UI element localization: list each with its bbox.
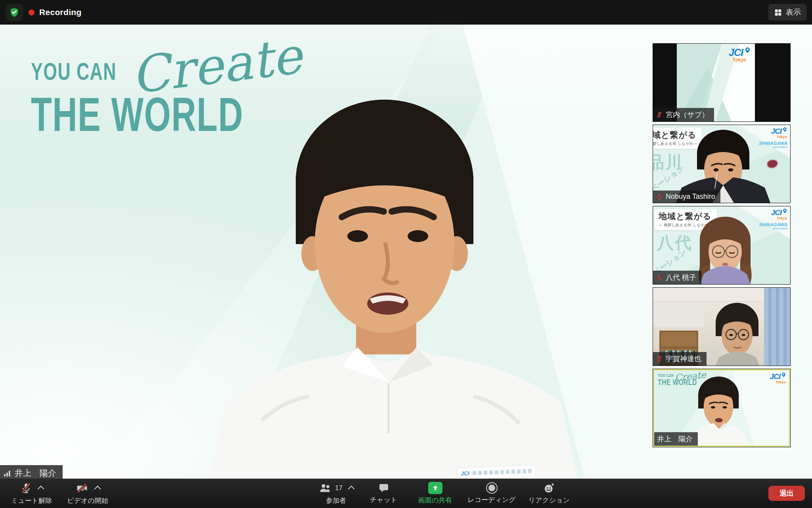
muted-mic-icon: [656, 274, 663, 281]
jci-tokyo-logo: JCI Tokyo: [729, 47, 751, 63]
audio-options-chevron-icon[interactable]: [37, 485, 44, 492]
share-screen-icon: [428, 482, 442, 494]
recording-indicator[interactable]: Recording: [29, 0, 82, 25]
active-speaker-name: 井上 陽介: [15, 468, 56, 479]
meeting-actions: 17 参加者 チャット 画面の共有: [313, 479, 577, 508]
security-shield-button[interactable]: [6, 4, 23, 21]
muted-mic-icon: [20, 482, 32, 494]
record-label: レコーディング: [467, 495, 515, 504]
gallery-view-icon: [774, 8, 782, 17]
muted-mic-icon: [656, 193, 663, 200]
start-video-button[interactable]: ビデオの開始: [65, 481, 110, 506]
participants-label: 参加者: [326, 496, 346, 505]
view-button-label: 表示: [786, 7, 801, 17]
chat-icon: [378, 483, 390, 494]
chat-label: チャット: [370, 495, 398, 504]
zoom-meeting-window: Recording 表示 YOU CAN THE WORLD Create: [0, 0, 812, 508]
jci-logo-text: JCI: [729, 47, 743, 58]
participant-name-label: 井上 陽介: [654, 432, 698, 446]
recording-label: Recording: [39, 8, 82, 17]
active-speaker-name-label: 井上 陽介: [0, 465, 63, 479]
audio-video-controls: ミュート解除 ビデオの開始: [10, 479, 110, 508]
reactions-label: リアクション: [529, 496, 570, 505]
video-options-chevron-icon[interactable]: [94, 485, 101, 492]
record-button[interactable]: レコーディング: [462, 481, 521, 505]
participant-name: 八代 桃子: [666, 273, 696, 282]
speaker-portrait: [186, 87, 630, 479]
reactions-smiley-icon: [543, 482, 555, 494]
shirt-name-tag: JCI: [457, 465, 536, 479]
unmute-button[interactable]: ミュート解除: [10, 481, 54, 506]
video-off-icon: [75, 482, 89, 494]
record-icon: [486, 482, 498, 494]
participants-button[interactable]: 17 参加者: [313, 481, 359, 506]
share-screen-label: 画面の共有: [418, 496, 452, 505]
participant-name: Nobuya Tashiro: [666, 192, 715, 201]
recording-dot-icon: [29, 10, 34, 15]
participant-name: 宇賀神達也: [666, 354, 701, 364]
participant-tile[interactable]: 宇賀神達也: [653, 288, 790, 366]
participant-name: 宮内（サブ）: [666, 110, 709, 119]
meeting-topbar: Recording 表示: [0, 0, 812, 25]
participant-name-label: 宇賀神達也: [653, 352, 707, 366]
muted-mic-icon: [656, 355, 663, 362]
shield-check-icon: [9, 7, 19, 17]
participant-name-label: 八代 桃子: [653, 271, 701, 284]
participant-tile[interactable]: 地域と繋がる ～ 挨拶しあえる街 しながわ～ 八代 ベーション JCI Toky…: [653, 206, 790, 284]
unmute-label: ミュート解除: [11, 496, 52, 505]
audio-level-icon: [4, 470, 11, 477]
view-button[interactable]: 表示: [768, 4, 806, 21]
share-screen-button[interactable]: 画面の共有: [408, 481, 462, 506]
shirt-name-tag-logo: JCI: [461, 470, 469, 477]
participant-name: 井上 陽介: [657, 434, 693, 444]
participant-tile-active-speaker[interactable]: YOU CAN THE WORLD Create JCI Tokyo: [653, 369, 790, 447]
participants-filmstrip: JCI Tokyo: [653, 44, 790, 447]
participant-name-label: Nobuya Tashiro: [653, 190, 720, 203]
participants-icon: [318, 483, 332, 494]
participant-name-label: 宮内（サブ）: [653, 108, 714, 121]
meeting-toolbar: ミュート解除 ビデオの開始: [0, 479, 812, 508]
muted-mic-icon: [656, 111, 663, 118]
chat-button[interactable]: チャット: [359, 482, 408, 505]
participants-count: 17: [335, 484, 343, 492]
leave-meeting-button[interactable]: 退出: [768, 486, 805, 501]
start-video-label: ビデオの開始: [67, 496, 108, 505]
jci-pin-icon: [744, 47, 751, 54]
reactions-button[interactable]: リアクション: [521, 481, 577, 506]
participants-chevron-icon[interactable]: [348, 485, 354, 492]
participant-tile[interactable]: JCI Tokyo: [653, 44, 790, 121]
participant-tile[interactable]: 地域と繋がる ～ 挨拶しあえる街 しながわ～ 品川 ベーション JCI Toky…: [653, 125, 790, 203]
shirt-name-tag-text: [473, 469, 532, 475]
